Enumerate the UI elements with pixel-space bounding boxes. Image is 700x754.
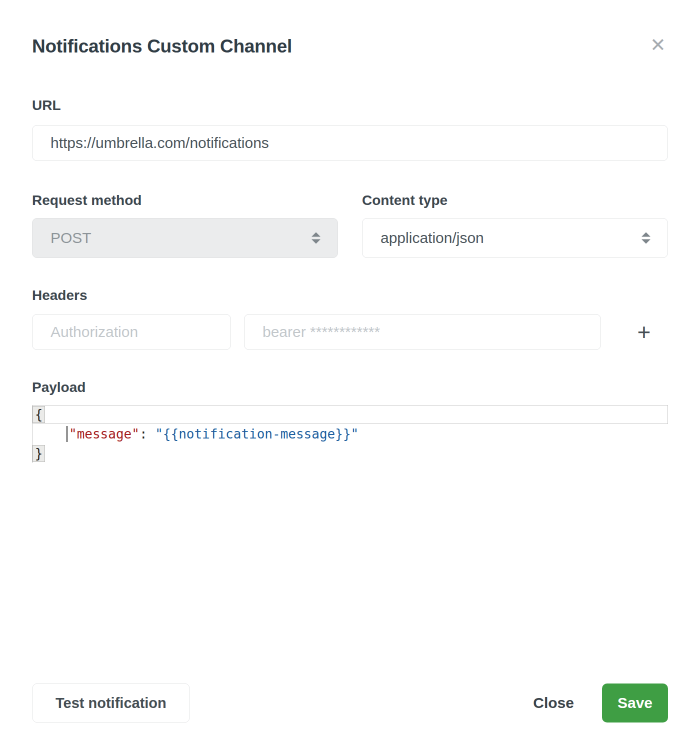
url-input[interactable] [32,125,668,161]
request-method-value: POST [50,230,92,246]
content-type-select[interactable]: application/json [362,218,668,258]
close-icon[interactable]: ✕ [646,33,670,57]
text-cursor [66,426,68,442]
json-separator: : [140,426,155,442]
notifications-custom-channel-dialog: Notifications Custom Channel ✕ URL Reque… [0,0,700,754]
dialog-header: Notifications Custom Channel ✕ [32,36,668,57]
chevron-updown-icon [642,232,650,244]
code-line-open: { [32,405,668,424]
close-button[interactable]: Close [533,694,574,712]
url-label: URL [32,98,668,113]
add-header-icon[interactable]: + [632,317,656,347]
content-type-label: Content type [362,193,668,208]
payload-code-editor[interactable]: { "message": "{{notification-message}}" … [32,405,668,463]
json-key: "message" [69,426,140,442]
save-button[interactable]: Save [602,684,668,722]
headers-label: Headers [32,288,668,303]
dialog-title: Notifications Custom Channel [32,36,668,57]
code-line-close: } [32,444,668,463]
test-notification-button[interactable]: Test notification [32,683,190,723]
code-line-body: "message": "{{notification-message}}" [32,424,668,444]
header-value-input[interactable] [244,314,601,350]
request-method-label: Request method [32,193,338,208]
chevron-updown-icon [312,232,320,244]
header-row: + [32,314,668,350]
matching-bracket-open: { [32,406,45,423]
request-method-select[interactable]: POST [32,218,338,258]
content-type-value: application/json [380,230,484,246]
header-name-input[interactable] [32,314,231,350]
payload-label: Payload [32,380,668,395]
json-value: "{{notification-message}}" [155,426,358,442]
matching-bracket-close: } [32,445,45,462]
dialog-footer: Test notification Close Save [32,683,668,723]
